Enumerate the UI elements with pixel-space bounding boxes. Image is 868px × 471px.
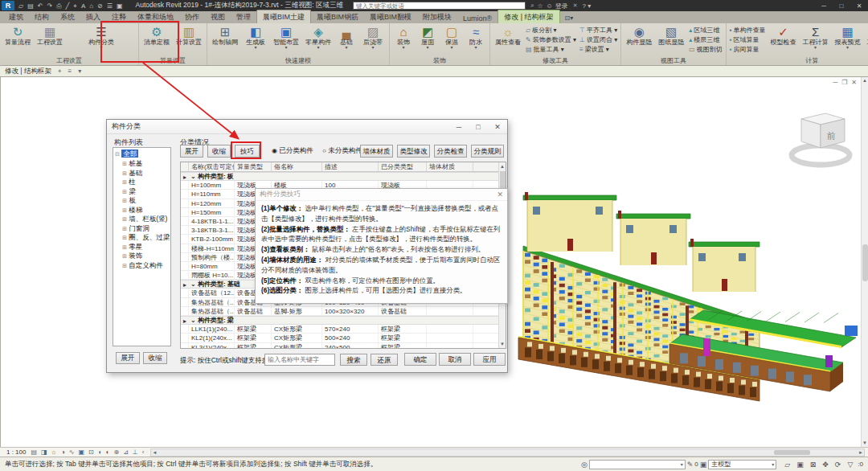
tab-晨曦BIM钢筋[interactable]: 晨曦BIM钢筋 xyxy=(311,10,364,23)
tab-管理[interactable]: 管理 xyxy=(231,10,256,23)
redo-icon[interactable]: ↷ xyxy=(45,1,54,11)
options-icon-1[interactable]: ⌖ xyxy=(58,68,62,76)
revit-app-icon[interactable]: R xyxy=(2,1,14,10)
dialog-maximize-icon[interactable]: □ xyxy=(469,123,488,131)
ribbon-button-component-visibility[interactable]: ◉构件显隐 xyxy=(623,24,655,47)
table-row[interactable]: KL2(1)(240x...框架梁CX矩形梁500×240框架梁 xyxy=(181,334,506,342)
options-icon-2[interactable]: ≡ xyxy=(68,68,72,75)
ribbon-button-beam-settings[interactable]: ≡梁设置 ▾ xyxy=(578,45,619,55)
thin-lines-icon[interactable]: ☰ xyxy=(105,1,114,11)
column-header-墙体材质[interactable]: 墙体材质 xyxy=(427,162,473,171)
temporary-hide-icon[interactable]: ◖ xyxy=(98,448,102,457)
tree-item-楼梯[interactable]: ⊞ 楼梯 xyxy=(115,206,170,215)
ribbon-button-decoration-params[interactable]: ✎装饰参数设置 ▾ xyxy=(524,35,578,45)
ribbon-button-quantity-flow[interactable]: ↻算量流程 xyxy=(2,24,34,47)
reveal-hidden-icon[interactable]: ◐ xyxy=(106,448,110,457)
table-row[interactable]: 集热器基础（...设备基础基脚-矩形100×320×320设备基础 xyxy=(181,307,506,316)
ribbon-button-generate-slab[interactable]: ◧生成板▾ xyxy=(241,24,270,51)
home-3d-icon[interactable]: ⌂ xyxy=(88,1,95,11)
tab-晨曦BIM土建[interactable]: 晨曦BIM土建 xyxy=(256,10,311,23)
tips-close-icon[interactable]: ✕ xyxy=(497,190,503,199)
tab-体量和场地[interactable]: 体量和场地 xyxy=(132,10,179,23)
select-links-icon[interactable]: ▱ xyxy=(784,461,790,469)
ribbon-button-project-calc[interactable]: Σ工程计算▾ xyxy=(800,24,832,51)
tree-item-自定义构件[interactable]: ⊞ 自定义构件 xyxy=(115,261,170,271)
ribbon-button-component-classify[interactable]: ☰构件分类▾ xyxy=(66,24,137,51)
dialog-close-icon[interactable]: ✕ xyxy=(488,123,507,131)
more-icon[interactable]: ‹ xyxy=(142,448,145,457)
ribbon-button-room-quantity[interactable]: ▪房间算量 xyxy=(728,45,768,55)
ribbon-button-drawing-visibility[interactable]: ▧图纸显隐 xyxy=(655,24,687,47)
tab-结构[interactable]: 结构 xyxy=(29,10,55,23)
ribbon-button-model-check[interactable]: ✓模型检查 xyxy=(768,24,800,47)
undo-icon[interactable]: ↶ xyxy=(36,1,45,11)
table-scroll-down-icon[interactable]: ▼ xyxy=(499,340,506,348)
reset-button[interactable]: 还原 xyxy=(371,354,398,366)
column-header-名称(双击可定位)[interactable]: 名称(双击可定位) xyxy=(189,162,235,171)
tree-item-门窗洞[interactable]: ⊞ 门窗洞 xyxy=(115,224,170,234)
scroll-up-icon[interactable]: ▲ xyxy=(862,77,868,84)
scroll-down-icon[interactable]: ▼ xyxy=(862,440,868,447)
signin-icon[interactable]: ☺ xyxy=(547,2,553,10)
select-underlay-icon[interactable]: ▣ xyxy=(796,461,804,469)
column-header-俗名称[interactable]: 俗名称 xyxy=(272,162,322,171)
drawing-area[interactable]: 前 ─ ❐ ✕ ▲ ▼ 构件分类 ─ □ ✕ 构件列表 ⊟ 全部⊞ 桩基⊞ 基础… xyxy=(0,77,868,447)
ribbon-button-align-tools[interactable]: ⊤平齐工具 ▾ xyxy=(578,26,619,35)
help-menu-icon[interactable]: ? ▾ xyxy=(583,2,592,10)
text-icon[interactable]: A xyxy=(80,1,87,11)
drag-elements-icon[interactable]: ✥ xyxy=(822,461,829,469)
ribbon-button-floor-3d[interactable]: ▴楼层三维 xyxy=(687,35,724,45)
table-group-row[interactable]: ▸⌄ 构件类型: 板 xyxy=(181,172,506,181)
editable-only-icon[interactable]: ✎ xyxy=(687,461,694,469)
tree-item-基础[interactable]: ⊞ 基础 xyxy=(115,169,170,178)
temporary-view-icon[interactable]: ⊕ xyxy=(113,448,119,457)
table-row[interactable]: LLK1(1)(240...框架梁CX矩形梁570×240框架梁 xyxy=(181,325,506,334)
table-group-row[interactable]: ▸⌄ 构件类型: 梁 xyxy=(181,316,506,325)
scroll-left-icon[interactable]: ◄ xyxy=(152,449,157,457)
column-header-算量类型[interactable]: 算量类型 xyxy=(235,162,272,171)
select-pinned-icon[interactable]: ⊠ xyxy=(810,461,817,469)
tree-item-装饰[interactable]: ⊞ 装饰 xyxy=(115,252,170,261)
ribbon-button-batch-tools[interactable]: ▤批量工具 ▾ xyxy=(524,45,578,55)
component-tree[interactable]: ⊟ 全部⊞ 桩基⊞ 基础⊞ 柱⊞ 梁⊞ 板⊞ 楼梯⊞ 墙、栏板(竖)⊞ 门窗洞⊞… xyxy=(113,147,171,346)
tab-协作[interactable]: 协作 xyxy=(179,10,205,23)
tree-item-梁[interactable]: ⊞ 梁 xyxy=(115,187,170,197)
ribbon-button-project-settings[interactable]: ▦工程设置 xyxy=(34,24,66,47)
vscroll-thumb[interactable] xyxy=(862,244,868,281)
scale-label[interactable]: 1 : 100 xyxy=(0,448,31,456)
tab-附加模块[interactable]: 附加模块 xyxy=(417,10,457,23)
design-options-combobox[interactable]: 主模型▾ xyxy=(708,460,776,469)
search-button[interactable]: 搜索 xyxy=(340,354,367,366)
analytical-model-icon[interactable]: ⊿ xyxy=(123,448,129,457)
search-input[interactable] xyxy=(353,2,526,10)
cancel-button[interactable]: 取消 xyxy=(439,353,471,366)
open-icon[interactable]: ▱ xyxy=(17,1,25,11)
ribbon-button-post-cast-strip[interactable]: ▨后浇带▾ xyxy=(358,24,387,51)
ribbon-button-draw-grid[interactable]: ⊞绘制轴网 xyxy=(209,24,241,47)
minimize-button[interactable]: ─ xyxy=(815,1,833,11)
worksets-icon[interactable]: ◎ xyxy=(581,461,588,469)
ok-button[interactable]: 确定 xyxy=(404,353,436,366)
tree-item-柱[interactable]: ⊞ 柱 xyxy=(115,178,170,187)
detail-level-icon[interactable]: ▤ xyxy=(31,448,37,457)
exchange-apps-icon[interactable]: ✕ xyxy=(573,2,578,9)
tips-button[interactable]: 技巧 xyxy=(235,145,260,158)
worksets-combobox[interactable]: ▾ xyxy=(589,460,686,469)
column-header-描述[interactable]: 描述 xyxy=(322,162,379,171)
search-icon[interactable]: ⌕ xyxy=(530,2,534,10)
exchange-icon[interactable]: ☆ xyxy=(537,2,542,10)
3d-building-model[interactable]: 前 xyxy=(511,104,868,402)
dialog-title-bar[interactable]: 构件分类 ─ □ ✕ xyxy=(107,120,507,134)
radio-unclassified[interactable]: ○ 未分类构件 xyxy=(322,146,362,156)
switch-windows-icon[interactable]: ▣ xyxy=(115,1,125,11)
tree-item-圈、反、过梁[interactable]: ⊞ 圈、反、过梁 xyxy=(115,233,170,243)
table-row[interactable]: KL3(1)(240x...框架梁CX矩形梁240×500框架梁 xyxy=(181,343,506,349)
ribbon-button-decoration[interactable]: ⌂装饰▾ xyxy=(391,24,416,51)
ribbon-button-smart-layout[interactable]: ▣智能布置▾ xyxy=(270,24,302,51)
ribbon-button-region-quantity[interactable]: ▪区域算量 xyxy=(728,35,768,45)
viewcube[interactable]: 前 xyxy=(792,113,850,165)
horizontal-scrollbar[interactable]: ◄ ► xyxy=(150,448,865,457)
view-close-icon[interactable]: ✕ xyxy=(851,79,857,86)
column-header-已分类类型[interactable]: 已分类类型 xyxy=(379,162,427,171)
tree-item-桩基[interactable]: ⊞ 桩基 xyxy=(115,159,170,169)
